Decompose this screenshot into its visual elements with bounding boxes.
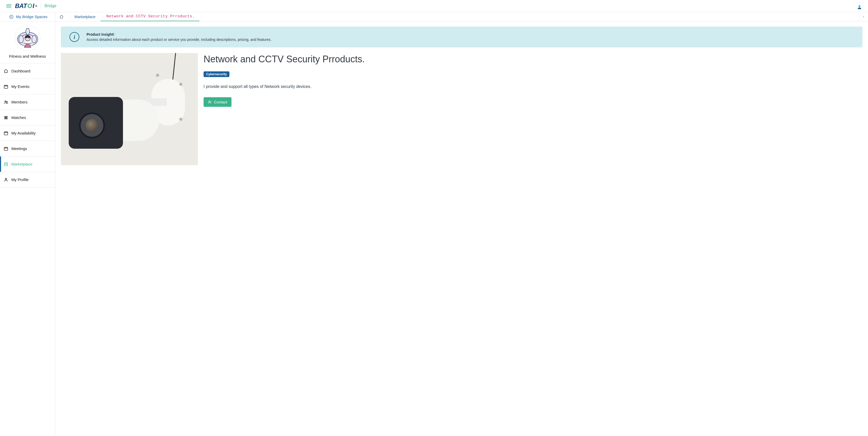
home-icon [59, 15, 64, 19]
menu-icon[interactable] [6, 3, 11, 8]
sidebar-item-meetings[interactable]: Meetings [0, 141, 55, 156]
breadcrumb-bar: My Bridge Spaces Marketplace Network and… [0, 12, 868, 22]
crumb-label: Network and CCTV Security Prroducts. [106, 14, 195, 19]
breadcrumb-home[interactable] [55, 12, 68, 21]
svg-point-8 [26, 38, 27, 38]
breadcrumb-marketplace[interactable]: Marketplace [68, 12, 100, 21]
sidebar-item-label: Members [11, 100, 28, 104]
sidebar: Fitness and Wellness Dashboard My Events… [0, 22, 55, 436]
sidebar-item-label: My Availability [11, 131, 36, 135]
svg-point-15 [5, 178, 7, 180]
divider [40, 3, 41, 9]
contact-button[interactable]: Contact [204, 97, 231, 107]
svg-point-16 [209, 100, 210, 102]
sidebar-nav: Dashboard My Events Members Matches My A… [0, 63, 55, 187]
sidebar-item-my-profile[interactable]: My Profile [0, 172, 55, 187]
space-avatar [15, 25, 40, 51]
space-header: Fitness and Wellness [0, 22, 55, 63]
user-plus-icon [208, 100, 212, 104]
user-avatar[interactable] [856, 2, 863, 10]
brand-subtitle[interactable]: Bridge [44, 4, 56, 8]
my-bridge-spaces-link[interactable]: My Bridge Spaces [0, 12, 55, 21]
sidebar-item-dashboard[interactable]: Dashboard [0, 63, 55, 79]
product-description: I provide and support all types of Netwo… [204, 84, 862, 89]
users-icon [4, 100, 8, 105]
calendar-check-icon [4, 131, 8, 136]
body: Fitness and Wellness Dashboard My Events… [0, 22, 868, 436]
contact-button-label: Contact [214, 100, 227, 104]
calendar-icon [4, 146, 8, 151]
svg-point-12 [6, 101, 7, 102]
sidebar-item-marketplace[interactable]: Marketplace [0, 156, 55, 172]
breadcrumb-collapse-button[interactable] [859, 12, 868, 21]
home-icon [4, 69, 8, 74]
chevron-left-icon [862, 15, 865, 18]
breadcrumb-current: Network and CCTV Security Prroducts. [100, 12, 199, 21]
svg-point-0 [859, 5, 861, 7]
svg-point-1 [9, 15, 13, 18]
sidebar-item-label: Dashboard [11, 69, 30, 73]
info-banner-title: Product insight! [87, 32, 272, 36]
svg-point-11 [5, 100, 6, 102]
main-content: i Product insight! Access detailed infor… [55, 22, 868, 436]
brand-logo[interactable]: BATOI® [15, 2, 37, 9]
product-tag[interactable]: Cybersecurity [204, 71, 229, 77]
sidebar-item-my-events[interactable]: My Events [0, 79, 55, 94]
crumb-label: Marketplace [74, 14, 96, 19]
sidebar-item-label: My Events [11, 84, 29, 89]
svg-point-5 [32, 35, 36, 43]
info-icon: i [69, 32, 79, 42]
sidebar-item-matches[interactable]: Matches [0, 110, 55, 125]
product-info: Network and CCTV Security Prroducts. Cyb… [204, 53, 862, 107]
breadcrumb: Marketplace Network and CCTV Security Pr… [55, 12, 859, 21]
product-image [61, 53, 198, 165]
store-icon [4, 162, 8, 167]
product-detail: Network and CCTV Security Prroducts. Cyb… [61, 53, 862, 165]
space-name: Fitness and Wellness [9, 54, 46, 58]
product-title: Network and CCTV Security Prroducts. [204, 54, 862, 65]
svg-point-9 [28, 38, 29, 38]
puzzle-icon [4, 115, 8, 120]
top-bar: BATOI® Bridge [0, 0, 868, 12]
info-banner: i Product insight! Access detailed infor… [61, 27, 862, 47]
svg-point-4 [19, 35, 23, 43]
back-arrow-icon [9, 15, 13, 19]
sidebar-item-members[interactable]: Members [0, 94, 55, 110]
my-bridge-spaces-label: My Bridge Spaces [16, 14, 48, 19]
sidebar-item-label: Matches [11, 115, 26, 120]
svg-rect-10 [4, 85, 8, 88]
user-icon [4, 177, 8, 182]
sidebar-item-label: Marketplace [11, 162, 33, 166]
sidebar-item-label: Meetings [11, 146, 27, 151]
svg-point-6 [26, 28, 29, 35]
sidebar-item-my-availability[interactable]: My Availability [0, 125, 55, 141]
sidebar-item-label: My Profile [11, 177, 29, 182]
svg-rect-14 [4, 147, 8, 150]
svg-rect-13 [4, 132, 8, 135]
info-banner-description: Access detailed information about each p… [87, 37, 272, 41]
calendar-icon [4, 84, 8, 89]
